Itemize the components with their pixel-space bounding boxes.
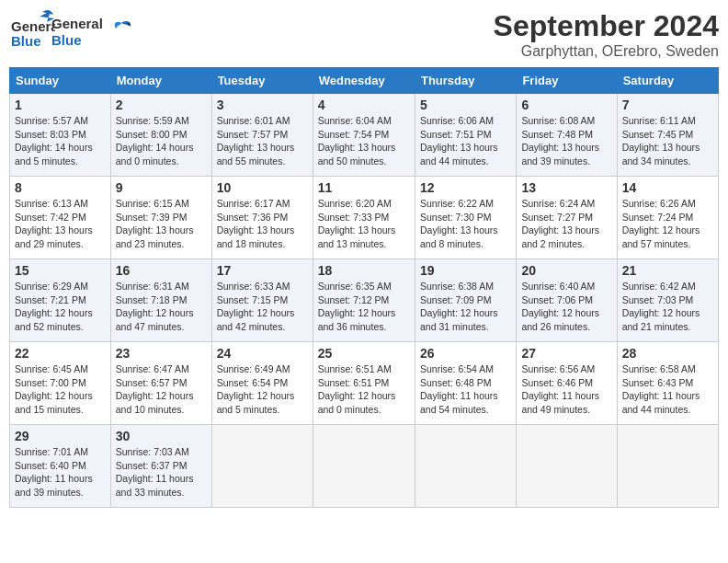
calendar-cell: 5Sunrise: 6:06 AM Sunset: 7:51 PM Daylig… bbox=[415, 94, 516, 177]
page-header: General Blue General Blue September 2024… bbox=[9, 9, 719, 60]
cell-day-number: 9 bbox=[116, 180, 207, 195]
sub-title: Garphyttan, OErebro, Sweden bbox=[494, 43, 719, 60]
calendar-cell: 14Sunrise: 6:26 AM Sunset: 7:24 PM Dayli… bbox=[617, 177, 718, 259]
cell-daylight-info: Sunrise: 6:17 AM Sunset: 7:36 PM Dayligh… bbox=[217, 197, 308, 251]
calendar-cell: 1Sunrise: 5:57 AM Sunset: 8:03 PM Daylig… bbox=[10, 94, 111, 177]
cell-day-number: 17 bbox=[217, 263, 308, 278]
calendar-cell: 12Sunrise: 6:22 AM Sunset: 7:30 PM Dayli… bbox=[415, 177, 516, 259]
calendar-cell: 22Sunrise: 6:45 AM Sunset: 7:00 PM Dayli… bbox=[10, 342, 111, 425]
calendar-cell: 2Sunrise: 5:59 AM Sunset: 8:00 PM Daylig… bbox=[110, 94, 211, 177]
cell-daylight-info: Sunrise: 6:54 AM Sunset: 6:48 PM Dayligh… bbox=[420, 362, 511, 417]
cell-day-number: 3 bbox=[217, 98, 308, 112]
cell-daylight-info: Sunrise: 6:04 AM Sunset: 7:54 PM Dayligh… bbox=[318, 114, 410, 168]
logo-blue: Blue bbox=[51, 32, 103, 49]
calendar-week-row: 15Sunrise: 6:29 AM Sunset: 7:21 PM Dayli… bbox=[10, 259, 719, 342]
col-saturday: Saturday bbox=[617, 68, 718, 94]
logo-general: General bbox=[51, 16, 103, 32]
cell-day-number: 2 bbox=[116, 98, 207, 112]
calendar-cell: 21Sunrise: 6:42 AM Sunset: 7:03 PM Dayli… bbox=[617, 259, 718, 342]
cell-day-number: 22 bbox=[15, 346, 106, 361]
cell-daylight-info: Sunrise: 6:26 AM Sunset: 7:24 PM Dayligh… bbox=[622, 197, 713, 251]
cell-daylight-info: Sunrise: 7:03 AM Sunset: 6:37 PM Dayligh… bbox=[116, 445, 207, 500]
logo-bird-icon bbox=[108, 17, 134, 43]
calendar-cell: 18Sunrise: 6:35 AM Sunset: 7:12 PM Dayli… bbox=[313, 259, 415, 342]
cell-day-number: 20 bbox=[521, 263, 611, 278]
calendar-week-row: 29Sunrise: 7:01 AM Sunset: 6:40 PM Dayli… bbox=[10, 425, 719, 508]
cell-daylight-info: Sunrise: 6:13 AM Sunset: 7:42 PM Dayligh… bbox=[15, 197, 106, 251]
cell-day-number: 16 bbox=[116, 263, 207, 278]
cell-day-number: 27 bbox=[521, 346, 611, 361]
calendar-cell: 30Sunrise: 7:03 AM Sunset: 6:37 PM Dayli… bbox=[110, 425, 211, 508]
cell-daylight-info: Sunrise: 6:24 AM Sunset: 7:27 PM Dayligh… bbox=[521, 197, 611, 251]
cell-day-number: 30 bbox=[116, 429, 207, 443]
cell-day-number: 12 bbox=[420, 180, 511, 195]
cell-daylight-info: Sunrise: 6:51 AM Sunset: 6:51 PM Dayligh… bbox=[318, 362, 410, 417]
cell-daylight-info: Sunrise: 6:22 AM Sunset: 7:30 PM Dayligh… bbox=[420, 197, 511, 251]
calendar-cell bbox=[313, 425, 415, 508]
cell-day-number: 23 bbox=[116, 346, 207, 361]
cell-daylight-info: Sunrise: 6:47 AM Sunset: 6:57 PM Dayligh… bbox=[116, 362, 207, 417]
calendar-week-row: 22Sunrise: 6:45 AM Sunset: 7:00 PM Dayli… bbox=[10, 342, 719, 425]
cell-day-number: 6 bbox=[521, 98, 611, 112]
cell-daylight-info: Sunrise: 6:29 AM Sunset: 7:21 PM Dayligh… bbox=[15, 280, 106, 334]
calendar-cell: 16Sunrise: 6:31 AM Sunset: 7:18 PM Dayli… bbox=[110, 259, 211, 342]
calendar-cell bbox=[415, 425, 516, 508]
cell-day-number: 4 bbox=[318, 98, 410, 112]
cell-day-number: 21 bbox=[622, 263, 713, 278]
main-title: September 2024 bbox=[494, 9, 719, 43]
cell-day-number: 25 bbox=[318, 346, 410, 361]
calendar-cell: 3Sunrise: 6:01 AM Sunset: 7:57 PM Daylig… bbox=[211, 94, 313, 177]
cell-day-number: 29 bbox=[15, 429, 106, 443]
calendar-cell: 19Sunrise: 6:38 AM Sunset: 7:09 PM Dayli… bbox=[415, 259, 516, 342]
svg-point-3 bbox=[127, 23, 130, 26]
cell-daylight-info: Sunrise: 6:42 AM Sunset: 7:03 PM Dayligh… bbox=[622, 280, 713, 334]
calendar-cell: 8Sunrise: 6:13 AM Sunset: 7:42 PM Daylig… bbox=[10, 177, 111, 259]
cell-daylight-info: Sunrise: 6:58 AM Sunset: 6:43 PM Dayligh… bbox=[622, 362, 713, 417]
calendar-cell bbox=[211, 425, 313, 508]
calendar-cell: 23Sunrise: 6:47 AM Sunset: 6:57 PM Dayli… bbox=[110, 342, 211, 425]
cell-day-number: 19 bbox=[420, 263, 511, 278]
calendar-cell: 28Sunrise: 6:58 AM Sunset: 6:43 PM Dayli… bbox=[617, 342, 718, 425]
cell-day-number: 24 bbox=[217, 346, 308, 361]
calendar-week-row: 8Sunrise: 6:13 AM Sunset: 7:42 PM Daylig… bbox=[10, 177, 719, 259]
cell-daylight-info: Sunrise: 6:31 AM Sunset: 7:18 PM Dayligh… bbox=[116, 280, 207, 334]
calendar-cell: 11Sunrise: 6:20 AM Sunset: 7:33 PM Dayli… bbox=[313, 177, 415, 259]
calendar-cell: 17Sunrise: 6:33 AM Sunset: 7:15 PM Dayli… bbox=[211, 259, 313, 342]
calendar-cell: 9Sunrise: 6:15 AM Sunset: 7:39 PM Daylig… bbox=[110, 177, 211, 259]
cell-day-number: 15 bbox=[15, 263, 106, 278]
cell-daylight-info: Sunrise: 6:38 AM Sunset: 7:09 PM Dayligh… bbox=[420, 280, 511, 334]
col-thursday: Thursday bbox=[415, 68, 516, 94]
cell-daylight-info: Sunrise: 7:01 AM Sunset: 6:40 PM Dayligh… bbox=[15, 445, 106, 500]
calendar-cell: 27Sunrise: 6:56 AM Sunset: 6:46 PM Dayli… bbox=[517, 342, 617, 425]
calendar-cell: 10Sunrise: 6:17 AM Sunset: 7:36 PM Dayli… bbox=[211, 177, 313, 259]
calendar-cell: 25Sunrise: 6:51 AM Sunset: 6:51 PM Dayli… bbox=[313, 342, 415, 425]
cell-daylight-info: Sunrise: 6:08 AM Sunset: 7:48 PM Dayligh… bbox=[521, 114, 611, 168]
cell-day-number: 8 bbox=[15, 180, 106, 195]
cell-daylight-info: Sunrise: 6:15 AM Sunset: 7:39 PM Dayligh… bbox=[116, 197, 207, 251]
cell-daylight-info: Sunrise: 6:11 AM Sunset: 7:45 PM Dayligh… bbox=[622, 114, 713, 168]
col-wednesday: Wednesday bbox=[313, 68, 415, 94]
cell-day-number: 1 bbox=[15, 98, 106, 112]
cell-day-number: 26 bbox=[420, 346, 511, 361]
calendar-cell bbox=[517, 425, 617, 508]
calendar-cell: 7Sunrise: 6:11 AM Sunset: 7:45 PM Daylig… bbox=[617, 94, 718, 177]
cell-day-number: 11 bbox=[318, 180, 410, 195]
col-monday: Monday bbox=[110, 68, 211, 94]
calendar-cell: 4Sunrise: 6:04 AM Sunset: 7:54 PM Daylig… bbox=[313, 94, 415, 177]
calendar-cell: 20Sunrise: 6:40 AM Sunset: 7:06 PM Dayli… bbox=[517, 259, 617, 342]
cell-day-number: 5 bbox=[420, 98, 511, 112]
title-section: September 2024 Garphyttan, OErebro, Swed… bbox=[494, 9, 719, 60]
cell-daylight-info: Sunrise: 5:59 AM Sunset: 8:00 PM Dayligh… bbox=[116, 114, 207, 168]
cell-daylight-info: Sunrise: 6:49 AM Sunset: 6:54 PM Dayligh… bbox=[217, 362, 308, 417]
calendar-week-row: 1Sunrise: 5:57 AM Sunset: 8:03 PM Daylig… bbox=[10, 94, 719, 177]
svg-text:Blue: Blue bbox=[11, 33, 41, 49]
logo-icon: General Blue bbox=[9, 9, 55, 55]
calendar-table: Sunday Monday Tuesday Wednesday Thursday… bbox=[9, 67, 719, 508]
calendar-header-row: Sunday Monday Tuesday Wednesday Thursday… bbox=[10, 68, 719, 94]
cell-daylight-info: Sunrise: 6:35 AM Sunset: 7:12 PM Dayligh… bbox=[318, 280, 410, 334]
cell-daylight-info: Sunrise: 6:40 AM Sunset: 7:06 PM Dayligh… bbox=[521, 280, 611, 334]
col-friday: Friday bbox=[517, 68, 617, 94]
cell-daylight-info: Sunrise: 6:20 AM Sunset: 7:33 PM Dayligh… bbox=[318, 197, 410, 251]
cell-day-number: 10 bbox=[217, 180, 308, 195]
cell-day-number: 14 bbox=[622, 180, 713, 195]
